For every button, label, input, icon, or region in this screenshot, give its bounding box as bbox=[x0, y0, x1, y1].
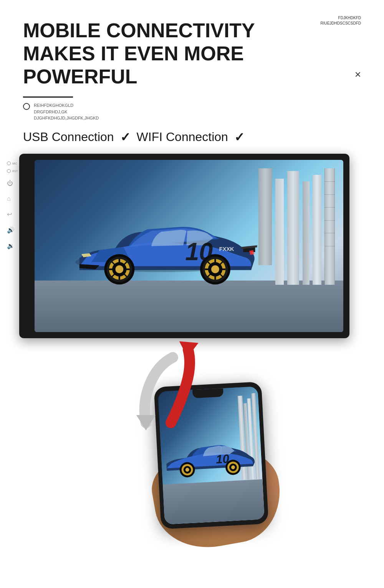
circle-icon bbox=[23, 103, 30, 110]
usb-connection-label: USB Connection bbox=[23, 130, 114, 144]
car-radio-device: MIC RST ⏻ ⌂ ↩ 🔊 🔉 bbox=[19, 154, 349, 338]
mic-dot bbox=[7, 161, 11, 165]
close-button[interactable]: × bbox=[355, 68, 361, 81]
icon-buttons: ⏻ ⌂ ↩ 🔊 🔉 bbox=[7, 180, 18, 249]
rst-label: RST bbox=[12, 170, 18, 173]
rst-row: RST bbox=[7, 169, 18, 173]
radio-screen: 10 FXXK bbox=[35, 160, 343, 332]
car-svg: 10 FXXK bbox=[41, 182, 294, 294]
side-buttons-group: MIC RST ⏻ ⌂ ↩ 🔊 🔉 bbox=[7, 161, 18, 249]
title-divider bbox=[23, 96, 73, 98]
arrows-section bbox=[96, 334, 242, 442]
svg-point-18 bbox=[211, 266, 219, 274]
top-right-info: FDJKHDKFD RIUEJDHDSCSCSDFD bbox=[320, 15, 361, 26]
mic-row: MIC bbox=[7, 161, 18, 165]
usb-check-icon: ✓ bbox=[120, 130, 131, 145]
mic-label: MIC bbox=[12, 162, 17, 165]
svg-point-5 bbox=[116, 266, 124, 274]
power-icon[interactable]: ⏻ bbox=[7, 180, 18, 187]
title-line-2: MAKES IT EVEN MORE POWERFUL bbox=[23, 42, 361, 88]
car-display: 10 FXXK bbox=[35, 160, 343, 332]
home-icon[interactable]: ⌂ bbox=[7, 195, 18, 202]
svg-text:10: 10 bbox=[215, 452, 230, 466]
title-line-1: MOBILE CONNECTIVITY bbox=[23, 19, 361, 42]
vol-up-icon[interactable]: 🔊 bbox=[7, 226, 18, 234]
wifi-connection-label: WIFI Connection bbox=[137, 130, 228, 144]
device-section: MIC RST ⏻ ⌂ ↩ 🔊 🔉 bbox=[19, 154, 353, 338]
vol-down-icon[interactable]: 🔉 bbox=[7, 242, 18, 249]
svg-text:10: 10 bbox=[185, 238, 213, 266]
main-title: MOBILE CONNECTIVITY MAKES IT EVEN MORE P… bbox=[23, 19, 361, 88]
arrows-svg bbox=[96, 334, 242, 442]
connection-row: USB Connection ✓ WIFI Connection ✓ bbox=[0, 121, 384, 145]
subtitle-row: REIHFDKGHOKGLD DRGFDRHDJ,GK DJGHFKDHGJD,… bbox=[23, 102, 361, 121]
rst-dot bbox=[7, 169, 11, 173]
back-icon[interactable]: ↩ bbox=[7, 211, 18, 218]
subtitle-text: REIHFDKGHOKGLD DRGFDRHDJ,GK DJGHFKDHGJD,… bbox=[34, 102, 99, 121]
header-section: FDJKHDKFD RIUEJDHDSCSCSDFD MOBILE CONNEC… bbox=[0, 0, 384, 121]
wifi-check-icon: ✓ bbox=[234, 130, 245, 145]
svg-text:FXXK: FXXK bbox=[219, 246, 234, 252]
page-container: FDJKHDKFD RIUEJDHDSCSCSDFD MOBILE CONNEC… bbox=[0, 0, 384, 588]
